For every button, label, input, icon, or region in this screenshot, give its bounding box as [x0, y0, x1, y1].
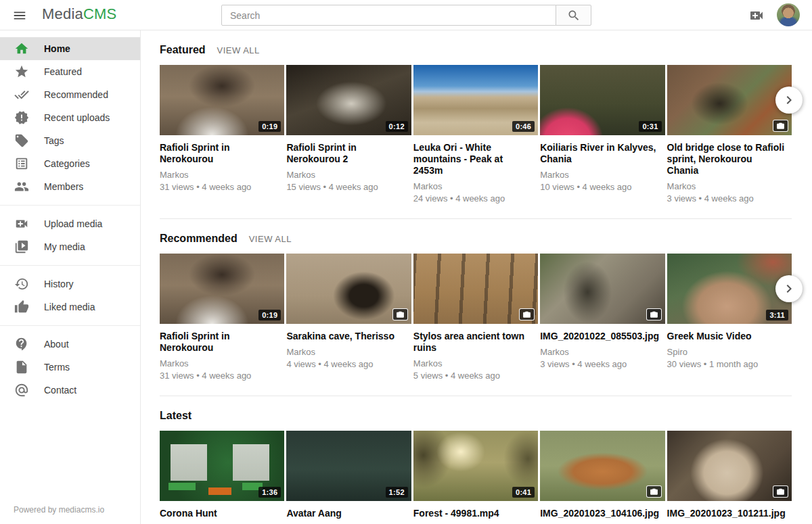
sidebar-group-my-content: Upload media My media — [0, 206, 140, 266]
video-library-icon — [14, 239, 30, 255]
app-logo[interactable]: MediaCMS — [42, 5, 116, 23]
duration-badge: 1:36 — [258, 487, 281, 498]
media-title[interactable]: Old bridge close to Rafioli sprint, Nero… — [667, 142, 792, 176]
sidebar-item-label: Upload media — [44, 218, 102, 229]
media-thumbnail[interactable]: 1:36 — [160, 431, 284, 501]
media-author[interactable]: Spiro — [667, 347, 792, 357]
media-card[interactable]: 0:31 Koiliaris River in Kalyves, Chania … — [540, 65, 664, 204]
media-card[interactable]: Sarakina cave, Therisso Markos 4 views •… — [286, 254, 411, 381]
media-title[interactable]: Leuka Ori - White mountains - Peak at 24… — [413, 142, 538, 176]
sidebar-item-featured[interactable]: Featured — [0, 60, 140, 83]
media-title[interactable]: Forest - 49981.mp4 — [413, 508, 538, 519]
carousel-next-button[interactable] — [775, 87, 803, 114]
media-author[interactable]: Markos — [540, 347, 664, 357]
search-input[interactable] — [221, 5, 556, 26]
view-all-link[interactable]: VIEW ALL — [217, 45, 260, 55]
hamburger-menu-button[interactable] — [11, 7, 28, 24]
media-card[interactable]: Old bridge close to Rafioli sprint, Nero… — [667, 65, 792, 204]
media-meta: 31 views • 4 weeks ago — [160, 371, 284, 381]
media-thumbnail[interactable] — [667, 431, 792, 501]
duration-badge: 0:41 — [512, 487, 535, 498]
sidebar-item-members[interactable]: Members — [0, 175, 140, 198]
tag-icon — [14, 133, 30, 149]
sidebar-item-tags[interactable]: Tags — [0, 129, 140, 152]
sidebar-item-about[interactable]: About — [0, 333, 140, 356]
sidebar-item-recommended[interactable]: Recommended — [0, 83, 140, 106]
media-title[interactable]: Rafioli Sprint in Nerokourou — [160, 142, 284, 165]
media-meta: 31 views • 4 weeks ago — [160, 182, 284, 192]
sidebar-item-liked-media[interactable]: Liked media — [0, 295, 140, 318]
sidebar-item-label: Featured — [44, 66, 82, 77]
media-title[interactable]: Stylos area ancient town ruins — [413, 331, 538, 354]
sidebar-item-my-media[interactable]: My media — [0, 235, 140, 258]
media-meta: 3 views • 4 weeks ago — [667, 193, 792, 204]
media-card[interactable]: 1:36 Corona Hunt Dickson Jr. 6 views • 4… — [160, 431, 284, 524]
media-card[interactable]: 0:41 Forest - 49981.mp4 test 17 views • … — [413, 431, 538, 524]
media-author[interactable]: Markos — [286, 170, 411, 180]
media-title[interactable]: Corona Hunt — [160, 508, 284, 519]
duration-badge: 0:46 — [512, 121, 535, 132]
media-title[interactable]: IMG_20201023_104106.jpg — [540, 508, 664, 519]
media-thumbnail[interactable]: 0:12 — [286, 65, 411, 135]
sidebar-item-recent-uploads[interactable]: Recent uploads — [0, 106, 140, 129]
hamburger-icon — [12, 8, 27, 23]
media-title[interactable]: Rafioli Sprint in Nerokourou — [160, 331, 284, 354]
media-card[interactable]: IMG_20201023_104106.jpg Markos 4 views •… — [540, 431, 664, 524]
history-clock-icon — [14, 276, 30, 292]
media-title[interactable]: Greek Music Video — [667, 331, 792, 342]
media-thumbnail[interactable]: 1:52 — [286, 431, 411, 501]
user-avatar[interactable] — [777, 3, 800, 26]
media-card[interactable]: 1:52 Avatar Aang Dickson Jr. 12 views • … — [286, 431, 411, 524]
media-thumbnail[interactable] — [413, 254, 538, 324]
sidebar-item-contact[interactable]: Contact — [0, 379, 140, 402]
media-author[interactable]: Markos — [540, 170, 664, 180]
media-thumbnail[interactable]: 0:19 — [160, 254, 284, 324]
media-card[interactable]: IMG_20201022_085503.jpg Markos 3 views •… — [540, 254, 664, 381]
media-title[interactable]: Sarakina cave, Therisso — [286, 331, 411, 342]
upload-media-button[interactable] — [748, 7, 765, 24]
media-title[interactable]: Rafioli Sprint in Nerokourou 2 — [286, 142, 411, 165]
media-thumbnail[interactable]: 0:41 — [413, 431, 538, 501]
media-title[interactable]: Koiliaris River in Kalyves, Chania — [540, 142, 664, 165]
sidebar-item-home[interactable]: Home — [0, 37, 140, 60]
media-author[interactable]: Markos — [286, 347, 411, 357]
sidebar-item-label: Liked media — [44, 302, 95, 312]
chevron-right-icon — [781, 92, 797, 108]
sidebar-item-terms[interactable]: Terms — [0, 356, 140, 379]
media-thumbnail[interactable] — [667, 65, 792, 135]
media-card[interactable]: 0:46 Leuka Ori - White mountains - Peak … — [413, 65, 538, 204]
media-thumbnail[interactable]: 0:19 — [160, 65, 284, 135]
media-card[interactable]: 0:19 Rafioli Sprint in Nerokourou Markos… — [160, 65, 284, 204]
media-author[interactable]: Markos — [413, 181, 538, 191]
sidebar-item-categories[interactable]: Categories — [0, 152, 140, 175]
media-author[interactable]: Markos — [160, 358, 284, 368]
sidebar-item-label: Terms — [44, 362, 70, 373]
media-card[interactable]: 3:11 Greek Music Video Spiro 30 views • … — [667, 254, 792, 381]
media-author[interactable]: Markos — [160, 170, 284, 180]
thumb-up-icon — [14, 299, 30, 315]
search-button[interactable] — [556, 5, 591, 26]
camera-icon — [519, 308, 535, 320]
media-thumbnail[interactable] — [286, 254, 411, 324]
media-thumbnail[interactable]: 0:46 — [413, 65, 538, 135]
media-title[interactable]: Avatar Aang — [286, 508, 411, 519]
section-divider — [160, 396, 792, 396]
media-thumbnail[interactable]: 0:31 — [540, 65, 664, 135]
media-card[interactable]: Stylos area ancient town ruins Markos 5 … — [413, 254, 538, 381]
view-all-link[interactable]: VIEW ALL — [249, 234, 292, 244]
sidebar-item-upload-media[interactable]: Upload media — [0, 212, 140, 235]
media-title[interactable]: IMG_20201023_101211.jpg — [667, 508, 792, 519]
top-header: MediaCMS — [0, 0, 812, 30]
sidebar-item-history[interactable]: History — [0, 272, 140, 295]
media-thumbnail[interactable] — [540, 254, 664, 324]
media-thumbnail[interactable]: 3:11 — [667, 254, 792, 324]
media-card[interactable]: 0:19 Rafioli Sprint in Nerokourou Markos… — [160, 254, 284, 381]
carousel-next-button[interactable] — [775, 275, 803, 302]
recommended-card-row: 0:19 Rafioli Sprint in Nerokourou Markos… — [160, 254, 792, 381]
media-author[interactable]: Markos — [413, 358, 538, 368]
media-thumbnail[interactable] — [540, 431, 664, 501]
media-author[interactable]: Markos — [667, 181, 792, 191]
media-title[interactable]: IMG_20201022_085503.jpg — [540, 331, 664, 342]
media-card[interactable]: IMG_20201023_101211.jpg Markos 4 views •… — [667, 431, 792, 524]
media-card[interactable]: 0:12 Rafioli Sprint in Nerokourou 2 Mark… — [286, 65, 411, 204]
